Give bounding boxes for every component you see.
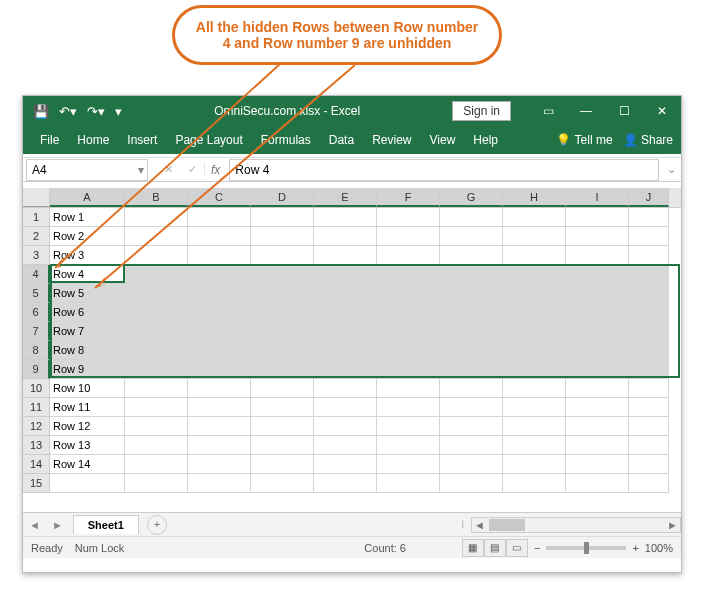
column-header-c[interactable]: C [188,188,251,207]
cell[interactable] [188,208,251,227]
cell[interactable] [125,398,188,417]
cell[interactable] [314,246,377,265]
column-header-a[interactable]: A [50,188,125,207]
cell[interactable] [251,208,314,227]
tab-data[interactable]: Data [320,133,363,147]
cell[interactable] [377,303,440,322]
maximize-button[interactable]: ☐ [605,96,643,126]
name-box[interactable]: A4 ▾ [26,159,148,181]
cell[interactable] [251,474,314,493]
column-header-i[interactable]: I [566,188,629,207]
tab-split-handle[interactable]: ⁞ [461,518,471,531]
cell[interactable] [251,303,314,322]
cell[interactable] [251,417,314,436]
cell[interactable] [251,455,314,474]
tab-formulas[interactable]: Formulas [252,133,320,147]
cell[interactable] [629,284,669,303]
cell[interactable] [503,360,566,379]
cell[interactable] [188,303,251,322]
row-header-1[interactable]: 1 [23,208,50,227]
row-header-10[interactable]: 10 [23,379,50,398]
cell[interactable] [566,379,629,398]
minimize-button[interactable]: — [567,96,605,126]
cell[interactable] [566,303,629,322]
row-header-5[interactable]: 5 [23,284,50,303]
cell[interactable] [377,208,440,227]
fx-icon[interactable]: fx [205,163,226,177]
cell[interactable] [440,284,503,303]
share-button[interactable]: 👤 Share [623,133,673,147]
cell[interactable] [125,208,188,227]
row-header-12[interactable]: 12 [23,417,50,436]
cell[interactable]: Row 3 [50,246,125,265]
cell[interactable] [125,417,188,436]
cell[interactable]: Row 8 [50,341,125,360]
cell[interactable] [251,246,314,265]
cell[interactable] [125,227,188,246]
cell[interactable] [377,398,440,417]
view-page-layout-button[interactable]: ▤ [484,539,506,557]
redo-icon[interactable]: ↷▾ [87,104,105,119]
save-icon[interactable]: 💾 [33,104,49,119]
cell[interactable] [125,455,188,474]
add-sheet-button[interactable]: + [147,515,167,535]
cell[interactable] [188,379,251,398]
worksheet-grid[interactable]: ABCDEFGHIJ 1Row 12Row 23Row 34Row 45Row … [23,188,681,512]
cell[interactable] [251,284,314,303]
cell[interactable] [440,474,503,493]
row-header-15[interactable]: 15 [23,474,50,493]
cell[interactable] [440,208,503,227]
cell[interactable] [566,246,629,265]
scrollbar-thumb[interactable] [489,519,525,531]
cell[interactable] [629,360,669,379]
cell[interactable] [629,455,669,474]
cell[interactable] [566,436,629,455]
cell[interactable] [377,322,440,341]
cell[interactable] [440,379,503,398]
scroll-left-icon[interactable]: ◄ [472,519,487,531]
cell[interactable] [251,341,314,360]
cell[interactable] [251,227,314,246]
zoom-out-button[interactable]: − [534,542,540,554]
cell[interactable] [377,474,440,493]
row-header-9[interactable]: 9 [23,360,50,379]
cell[interactable] [314,455,377,474]
cell[interactable] [440,436,503,455]
cell[interactable] [251,436,314,455]
select-all-corner[interactable] [23,188,50,207]
column-header-g[interactable]: G [440,188,503,207]
cell[interactable] [188,227,251,246]
cell[interactable] [503,455,566,474]
cell[interactable] [629,208,669,227]
cell[interactable] [314,227,377,246]
cell[interactable] [188,341,251,360]
tab-view[interactable]: View [421,133,465,147]
cell[interactable] [503,303,566,322]
cell[interactable]: Row 2 [50,227,125,246]
cell[interactable] [629,246,669,265]
cell[interactable] [566,227,629,246]
cell[interactable] [629,341,669,360]
cell[interactable] [251,379,314,398]
row-header-8[interactable]: 8 [23,341,50,360]
cell[interactable] [50,474,125,493]
cell[interactable] [503,417,566,436]
cell[interactable] [377,379,440,398]
cell[interactable] [629,322,669,341]
cell[interactable] [440,303,503,322]
cell[interactable] [377,360,440,379]
cell[interactable] [566,474,629,493]
cell[interactable] [503,398,566,417]
cell[interactable] [440,322,503,341]
cell[interactable] [377,455,440,474]
cell[interactable] [125,474,188,493]
cell[interactable] [314,417,377,436]
cell[interactable] [125,379,188,398]
column-header-h[interactable]: H [503,188,566,207]
column-header-d[interactable]: D [251,188,314,207]
sheet-tab-sheet1[interactable]: Sheet1 [73,515,139,534]
sheet-nav-next-icon[interactable]: ► [46,519,69,531]
cell[interactable] [503,379,566,398]
cell[interactable]: Row 7 [50,322,125,341]
cell[interactable] [503,227,566,246]
